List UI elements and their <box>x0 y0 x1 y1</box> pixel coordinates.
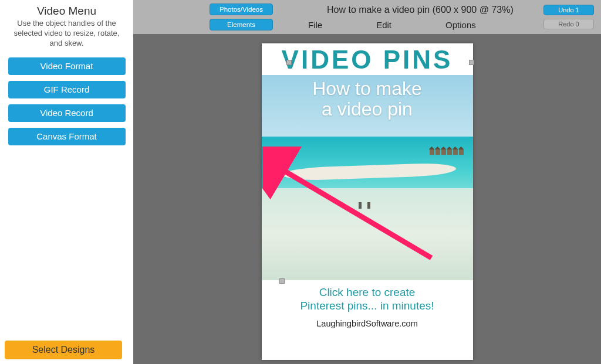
menu-options[interactable]: Options <box>445 20 476 30</box>
redo-button[interactable]: Redo 0 <box>543 19 594 29</box>
undo-button[interactable]: Undo 1 <box>543 5 594 15</box>
select-designs-button[interactable]: Select Designs <box>5 341 122 359</box>
canvas-area[interactable]: VIDEO PINS How to make a video pin <box>133 34 601 364</box>
pin-cta[interactable]: Click here to create Pinterest pins... i… <box>262 280 473 314</box>
huts-graphic <box>430 149 471 157</box>
person-graphic <box>359 202 362 209</box>
menubar: File Edit Options <box>308 20 476 30</box>
elements-button[interactable]: Elements <box>210 19 273 30</box>
topbar: Photos/Videos Elements How to make a vid… <box>133 0 601 34</box>
cta-line2: Pinterest pins... in minutes! <box>270 300 465 313</box>
document-title: How to make a video pin (600 x 900 @ 73%… <box>327 5 514 15</box>
top-button-stack: Photos/Videos Elements <box>210 4 273 30</box>
canvas-format-button[interactable]: Canvas Format <box>8 128 126 145</box>
video-format-button[interactable]: Video Format <box>8 57 126 75</box>
pin-footer[interactable]: LaughingbirdSoftware.com <box>262 314 473 334</box>
overlay-line1: How to make <box>262 79 473 99</box>
pin-image[interactable]: How to make a video pin <box>262 75 473 280</box>
pin-header[interactable]: VIDEO PINS <box>262 43 473 75</box>
pin-card[interactable]: VIDEO PINS How to make a video pin <box>262 43 473 360</box>
gif-record-button[interactable]: GIF Record <box>8 81 126 98</box>
pin-header-text: VIDEO PINS <box>282 45 453 74</box>
selection-handle[interactable] <box>279 278 285 284</box>
selection-handle[interactable] <box>286 60 292 65</box>
cta-line1: Click here to create <box>270 286 465 300</box>
sidebar-title: Video Menu <box>37 5 96 18</box>
overlay-line2: a video pin <box>262 99 473 120</box>
pin-overlay-text[interactable]: How to make a video pin <box>262 79 473 120</box>
person-graphic <box>367 202 370 209</box>
sidebar: Video Menu Use the object handles of the… <box>0 0 133 364</box>
selection-handle[interactable] <box>469 60 474 65</box>
main-area: Photos/Videos Elements How to make a vid… <box>133 0 601 364</box>
menu-edit[interactable]: Edit <box>376 20 391 30</box>
menu-file[interactable]: File <box>308 20 322 30</box>
sidebar-description: Use the object handles of the selected v… <box>0 18 133 55</box>
video-record-button[interactable]: Video Record <box>8 104 126 122</box>
photos-videos-button[interactable]: Photos/Videos <box>210 4 273 15</box>
